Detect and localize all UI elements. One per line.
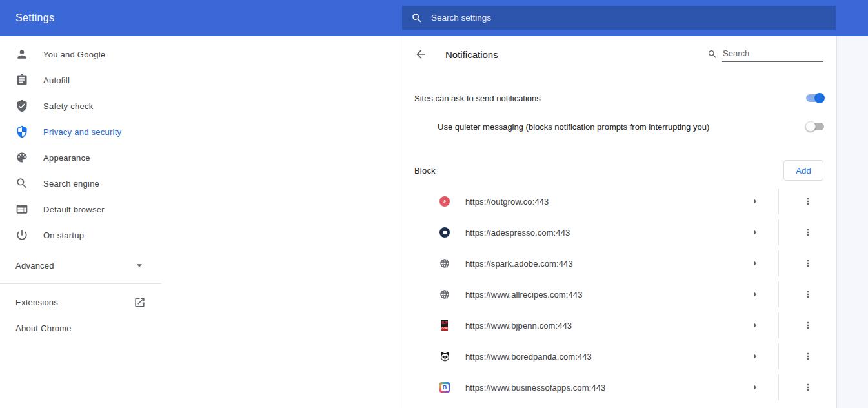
more-actions-button[interactable]: [799, 347, 817, 365]
page-right-gutter: [837, 36, 868, 408]
more-actions-button[interactable]: [799, 223, 817, 241]
sidebar-item-extensions[interactable]: Extensions: [0, 289, 161, 315]
settings-sidebar: You and Google Autofill Safety check Pri…: [0, 36, 161, 408]
globe-favicon: [439, 258, 450, 269]
sidebar-item-label: Safety check: [43, 101, 93, 111]
notifications-settings-panel: Notifications Sites can ask to send noti…: [401, 36, 837, 408]
businessofapps-favicon: B: [439, 382, 450, 393]
boredpanda-favicon: [439, 351, 450, 362]
app-header: Settings Search settings: [0, 0, 868, 36]
chevron-down-icon: [133, 259, 146, 272]
advanced-label: Advanced: [15, 261, 54, 270]
sidebar-item-label: Privacy and security: [43, 127, 121, 137]
shield-check-icon: [15, 99, 28, 112]
search-icon: [707, 49, 718, 59]
sidebar-advanced-expander[interactable]: Advanced: [0, 252, 161, 278]
more-actions-button[interactable]: [799, 316, 817, 334]
sidebar-item-you-and-google[interactable]: You and Google: [0, 41, 161, 67]
site-url: https://www.bjpenn.com:443: [465, 321, 572, 331]
blocked-site-row[interactable]: https://spark.adobe.com:443: [401, 248, 836, 279]
quieter-messaging-toggle[interactable]: [805, 121, 825, 132]
chevron-right-icon[interactable]: [749, 320, 761, 331]
more-actions-button[interactable]: [799, 254, 817, 272]
back-button[interactable]: [410, 44, 431, 65]
site-url: https://www.businessofapps.com:443: [465, 383, 605, 393]
more-actions-button[interactable]: [799, 285, 817, 303]
sidebar-item-safety-check[interactable]: Safety check: [0, 93, 161, 119]
adespresso-favicon: [439, 227, 450, 238]
site-url: https://outgrow.co:443: [465, 197, 549, 207]
chevron-right-icon[interactable]: [749, 227, 761, 238]
sidebar-item-label: Default browser: [43, 205, 105, 214]
arrow-back-icon: [414, 48, 427, 61]
open-in-new-icon: [134, 296, 146, 309]
extensions-label: Extensions: [15, 298, 58, 307]
sidebar-item-label: Appearance: [43, 153, 90, 163]
browser-window-icon: [15, 203, 28, 216]
toggle-label: Sites can ask to send notifications: [414, 94, 541, 103]
sites-can-ask-toggle[interactable]: [805, 93, 825, 103]
more-vert-icon: [803, 320, 813, 331]
palette-icon: [15, 151, 28, 164]
sidebar-item-label: On startup: [43, 230, 84, 240]
settings-search-placeholder: Search settings: [431, 13, 491, 23]
site-url: https://www.boredpanda.com:443: [465, 352, 592, 362]
settings-search-box[interactable]: Search settings: [402, 6, 836, 30]
more-vert-icon: [803, 258, 813, 269]
outgrow-favicon: [439, 196, 450, 207]
sidebar-item-autofill[interactable]: Autofill: [0, 67, 161, 93]
sidebar-item-about-chrome[interactable]: About Chrome: [0, 315, 161, 341]
site-url: https://adespresso.com:443: [465, 228, 570, 238]
more-vert-icon: [803, 351, 813, 362]
page-search-input[interactable]: [722, 47, 823, 62]
more-vert-icon: [803, 289, 813, 300]
content-header: Notifications: [401, 36, 836, 72]
sidebar-item-privacy-and-security[interactable]: Privacy and security: [0, 119, 161, 145]
site-url: https://spark.adobe.com:443: [465, 259, 573, 269]
more-actions-button[interactable]: [799, 192, 817, 210]
bjpenn-favicon: BJP COM: [439, 320, 450, 331]
search-icon: [15, 177, 28, 190]
sidebar-divider: [0, 283, 161, 284]
power-icon: [15, 229, 28, 241]
notifications-ask-toggle-row: Sites can ask to send notifications: [401, 84, 836, 112]
chevron-right-icon[interactable]: [749, 258, 761, 269]
blocked-sites-list: https://outgrow.co:443 https://adespress…: [401, 186, 836, 403]
add-button[interactable]: Add: [783, 160, 823, 181]
more-vert-icon: [803, 196, 813, 207]
app-title: Settings: [15, 0, 54, 36]
page-title: Notifications: [445, 49, 498, 60]
sidebar-item-appearance[interactable]: Appearance: [0, 145, 161, 170]
sidebar-item-label: You and Google: [43, 50, 105, 59]
globe-favicon: [439, 289, 450, 300]
more-actions-button[interactable]: [799, 378, 817, 396]
person-icon: [15, 48, 28, 61]
chevron-right-icon[interactable]: [749, 289, 761, 300]
sidebar-item-on-startup[interactable]: On startup: [0, 222, 161, 248]
blocked-site-row[interactable]: https://www.boredpanda.com:443: [401, 341, 836, 372]
blocked-site-row[interactable]: https://adespresso.com:443: [401, 217, 836, 248]
chevron-right-icon[interactable]: [749, 351, 761, 362]
chevron-right-icon[interactable]: [749, 382, 761, 393]
quieter-messaging-toggle-row: Use quieter messaging (blocks notificati…: [401, 112, 836, 141]
blocked-site-row[interactable]: B https://www.businessofapps.com:443: [401, 372, 836, 403]
sidebar-item-search-engine[interactable]: Search engine: [0, 170, 161, 196]
blocked-site-row[interactable]: https://www.allrecipes.com:443: [401, 279, 836, 310]
sidebar-item-label: Search engine: [43, 179, 99, 189]
sidebar-item-default-browser[interactable]: Default browser: [0, 196, 161, 222]
block-label: Block: [414, 166, 436, 176]
chevron-right-icon[interactable]: [749, 196, 761, 207]
search-icon: [411, 12, 423, 24]
toggle-label: Use quieter messaging (blocks notificati…: [438, 122, 709, 132]
site-url: https://www.allrecipes.com:443: [465, 290, 582, 300]
block-section-header: Block Add: [401, 155, 836, 186]
blocked-site-row[interactable]: https://outgrow.co:443: [401, 186, 836, 217]
blocked-site-row[interactable]: BJP COM https://www.bjpenn.com:443: [401, 310, 836, 341]
page-search: [707, 47, 823, 62]
security-shield-icon: [15, 125, 28, 138]
about-chrome-label: About Chrome: [15, 323, 72, 333]
autofill-icon: [15, 74, 28, 87]
sidebar-item-label: Autofill: [43, 76, 70, 85]
more-vert-icon: [803, 227, 813, 238]
more-vert-icon: [803, 382, 813, 393]
